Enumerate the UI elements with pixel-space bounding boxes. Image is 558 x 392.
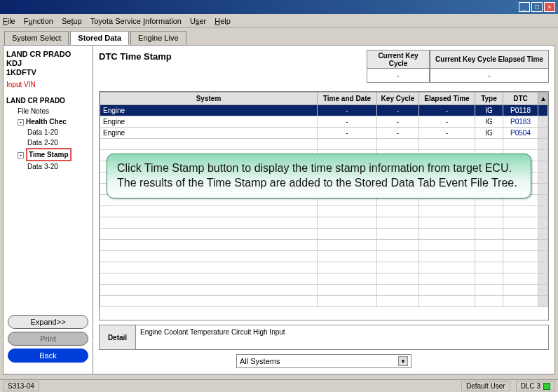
detail-row: Detail Engine Coolant Temperature Circui… [99,325,549,350]
menu-user[interactable]: User [190,17,206,25]
menu-function[interactable]: Function [24,17,53,25]
vehicle-line3: 1KDFTV [6,68,90,77]
menu-tsi[interactable]: Toyota Service Information [90,17,182,25]
filter-row: All Systems ▼ [99,350,549,370]
vehicle-line2: KDJ [6,59,90,68]
table-row[interactable]: Engine --- IGP0118 [100,105,548,116]
chevron-down-icon[interactable]: ▼ [398,356,408,366]
table-row [100,296,548,307]
table-row[interactable]: Engine --- IGP0504 [100,128,548,139]
page-title: DTC Time Stamp [99,50,172,62]
th-system[interactable]: System [100,93,318,105]
table-row [100,273,548,285]
print-button[interactable]: Print [8,332,88,346]
tree-data2[interactable]: Data 2-20 [6,137,90,148]
status-dlc: DLC 3 [516,381,555,391]
dtc-table: System Time and Date Key Cycle Elapsed T… [100,92,548,307]
tab-system-select[interactable]: System Select [4,31,69,45]
menu-help[interactable]: Help [215,17,231,25]
key-cycle-value: - [367,69,429,82]
sidebar-buttons: Expand>> Print Back [6,308,90,370]
table-row [100,285,548,296]
th-type[interactable]: Type [475,93,503,105]
table-row [100,262,548,273]
table-row [100,229,548,240]
system-filter-select[interactable]: All Systems ▼ [236,354,411,368]
titlebar: _ □ × [0,0,558,14]
key-cycle-header: Current Key Cycle [367,50,429,69]
table-row [100,251,548,262]
tooltip-callout: Click Time Stamp button to display the t… [107,154,531,198]
sidebar: LAND CR PRADO KDJ 1KDFTV Input VIN LAND … [4,46,93,374]
detail-label: Detail [100,325,136,349]
main-head: DTC Time Stamp Current Key Cycle - Curre… [99,50,549,83]
event-tree: LAND CR PRADO File Notes -Health Chec Da… [6,95,90,308]
tree-root[interactable]: LAND CR PRADO [6,95,90,106]
elapsed-header: Current Key Cycle Elapsed Time [430,50,548,69]
table-row [100,139,548,150]
dtc-table-wrap: System Time and Date Key Cycle Elapsed T… [99,91,549,320]
th-key-cycle[interactable]: Key Cycle [377,93,419,105]
th-dtc[interactable]: DTC [503,93,538,105]
menu-file[interactable]: File [3,17,15,25]
tree-data3[interactable]: Data 3-20 [6,161,90,172]
status-user: Default User [461,381,510,391]
key-info-box: Current Key Cycle - Current Key Cycle El… [367,50,549,83]
tree-health-check[interactable]: -Health Chec [6,116,90,127]
tree-data1[interactable]: Data 1-20 [6,127,90,137]
th-time-date[interactable]: Time and Date [318,93,377,105]
expand-button[interactable]: Expand>> [8,315,88,329]
titlebar-text [3,3,5,11]
filter-value: All Systems [240,357,280,365]
table-row[interactable]: Engine --- IGP0183 [100,116,548,128]
menubar: File Function Setup Toyota Service Infor… [0,14,558,28]
close-button[interactable]: × [544,2,555,12]
tab-engine-live[interactable]: Engine Live [130,31,186,45]
menu-setup[interactable]: Setup [62,17,82,25]
th-scroll: ▲ [538,93,548,105]
elapsed-cell: Current Key Cycle Elapsed Time - [430,50,549,83]
dlc-indicator-icon [543,383,550,390]
key-cycle-cell: Current Key Cycle - [367,50,430,83]
elapsed-value: - [430,69,548,82]
main-panel: DTC Time Stamp Current Key Cycle - Curre… [93,46,554,374]
tab-stored-data[interactable]: Stored Data [70,31,129,45]
tab-bar: System Select Stored Data Engine Live [0,28,558,45]
input-vin-link[interactable]: Input VIN [6,81,90,88]
titlebar-buttons: _ □ × [519,2,555,12]
table-header-row: System Time and Date Key Cycle Elapsed T… [100,93,548,105]
table-row [100,217,548,229]
maximize-button[interactable]: □ [531,2,543,12]
minimize-button[interactable]: _ [519,2,530,12]
table-row [100,240,548,251]
time-stamp-highlight[interactable]: Time Stamp [26,148,72,161]
minus-icon[interactable]: - [18,119,24,126]
status-bar: S313-04 Default User DLC 3 [0,379,558,392]
tree-time-stamp[interactable]: -Time Stamp [6,148,90,161]
status-left: S313-04 [3,381,39,391]
vehicle-line1: LAND CR PRADO [6,50,90,59]
detail-value: Engine Coolant Temperature Circuit High … [136,325,548,349]
tree-file-notes[interactable]: File Notes [6,106,90,116]
content-area: LAND CR PRADO KDJ 1KDFTV Input VIN LAND … [3,45,555,374]
back-button[interactable]: Back [8,349,88,363]
table-row [100,206,548,217]
minus-icon[interactable]: - [18,152,24,158]
th-elapsed[interactable]: Elapsed Time [419,93,475,105]
